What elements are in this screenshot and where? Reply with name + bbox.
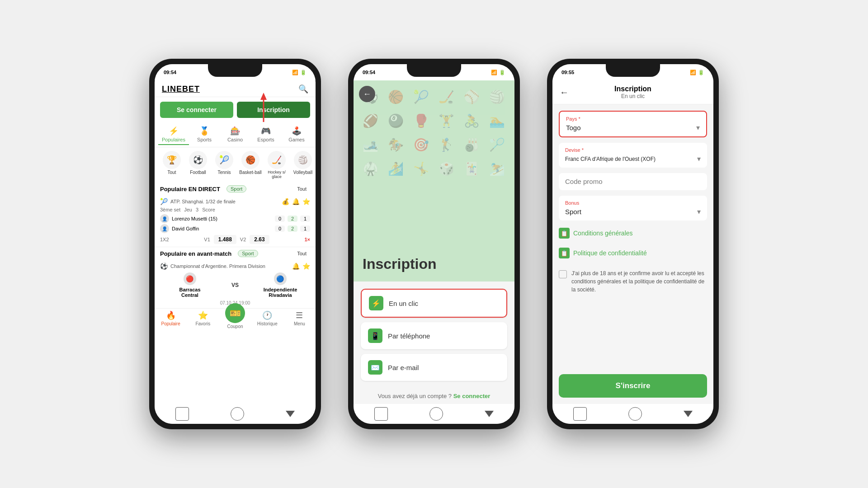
bottom-historique[interactable]: 🕐 Historique	[251, 310, 283, 329]
populaires-icon: ⚡	[169, 126, 179, 136]
politique-link[interactable]: 📋 Politique de confidentialité	[559, 246, 707, 260]
p2-score2: 2	[288, 225, 297, 232]
tout-link[interactable]: Tout	[293, 186, 310, 192]
time-1: 09:54	[164, 70, 176, 75]
populaire-direct-title: Populaire EN DIRECT	[160, 186, 220, 192]
conditions-link[interactable]: 📋 Conditions générales	[559, 226, 707, 240]
phone3-header-title: Inscription	[614, 85, 651, 93]
chip-volleyball-label: Volleyball	[293, 170, 312, 175]
avant-tout-link[interactable]: Tout	[293, 250, 310, 257]
match1-set: 3ème set	[160, 207, 180, 212]
phone3-header-subtitle: En un clic	[614, 93, 651, 99]
odds-row: 1X2 V1 1.488 V2 2.63 1×	[160, 235, 310, 244]
en-un-clic-icon: ⚡	[369, 296, 383, 310]
circle-btn-1[interactable]	[231, 407, 244, 421]
home-btn-2[interactable]	[374, 407, 388, 421]
bottom-populaire[interactable]: 🔥 Populaire	[155, 310, 187, 329]
coupon-btn[interactable]: 🎫	[225, 303, 245, 323]
circle-btn-2[interactable]	[429, 407, 443, 421]
match1-player1-row: 👤 Lorenzo Musetti (15) 0 2 1	[160, 214, 310, 223]
terms-text: J'ai plus de 18 ans et je confirme avoir…	[571, 269, 707, 294]
live-indicator: 1×	[304, 237, 310, 242]
nav-games-label: Games	[288, 137, 304, 142]
linebet-logo: LINEBET	[162, 84, 200, 94]
populaire-direct-header: Populaire EN DIRECT Sport Tout	[155, 183, 316, 195]
option-par-telephone[interactable]: 📱 Par téléphone	[361, 322, 507, 349]
phone2-options: ⚡ En un clic 📱 Par téléphone ✉️ Par e-ma…	[354, 282, 514, 388]
status-bar-2: 09:54 📶🔋	[354, 64, 514, 80]
par-email-icon: ✉️	[368, 360, 382, 375]
bonus-field[interactable]: Bonus Sport ▾	[559, 196, 707, 221]
bottom-populaire-label: Populaire	[161, 321, 180, 326]
phone-3: 09:55 📶🔋 ← Inscription En un clic Pays *	[547, 59, 719, 429]
chip-volleyball[interactable]: 🏐 Volleyball	[291, 151, 315, 179]
back-arrow-icon: ←	[363, 89, 371, 99]
bottom-favoris-icon: ⭐	[198, 310, 208, 320]
code-promo-field[interactable]	[559, 173, 707, 190]
back-btn-1[interactable]	[286, 411, 295, 417]
teams-row: 🔴 Barracas Central VS 🔵 Independiente Ri…	[160, 272, 310, 298]
phone2-back-button[interactable]: ←	[359, 86, 375, 102]
back-btn-2[interactable]	[485, 411, 494, 417]
odds-label: 1X2	[160, 237, 169, 242]
nav-casino[interactable]: 🎰 Casino	[220, 124, 250, 145]
search-icon[interactable]: 🔍	[298, 84, 308, 94]
phone3-back-button[interactable]: ←	[560, 87, 569, 98]
chip-tout[interactable]: 🏆 Tout	[160, 151, 184, 179]
circle-btn-3[interactable]	[628, 407, 642, 421]
nav-games[interactable]: 🕹️ Games	[281, 124, 312, 145]
sinscrire-button[interactable]: S'inscrire	[559, 374, 707, 398]
score-label: Score	[202, 207, 215, 212]
phone3-form: Pays * Togo ▾ Devise * Franc CFA d'Afriq…	[552, 104, 713, 404]
esports-icon: 🎮	[261, 126, 271, 136]
devise-field[interactable]: Devise * Franc CFA d'Afrique de l'Ouest …	[559, 143, 707, 168]
nav-esports[interactable]: 🎮 Esports	[250, 124, 281, 145]
connect-button[interactable]: Se connecter	[160, 102, 233, 118]
chip-tennis[interactable]: 🎾 Tennis	[212, 151, 236, 179]
match2-icons: 🔔⭐	[292, 263, 310, 270]
sports-pattern: ⚽ 🏀 🎾 🏒 ⚾ 🏐 🏈 🎱 🥊 🏋️ 🚴 🏊 🎿 🏇 🎯 🏌️	[354, 80, 514, 282]
nav-populaires-label: Populaires	[162, 137, 185, 142]
pays-value: Togo	[566, 124, 581, 131]
option-par-email[interactable]: ✉️ Par e-mail	[361, 354, 507, 381]
chip-hockey[interactable]: 🏒 Hockey s/ glace	[265, 151, 288, 179]
avant-match-header: Populaire en avant-match Sport Tout	[155, 247, 316, 260]
terms-checkbox: J'ai plus de 18 ans et je confirme avoir…	[559, 266, 707, 297]
par-telephone-label: Par téléphone	[388, 332, 430, 340]
v2-odds[interactable]: 2.63	[250, 235, 269, 244]
se-connecter-link[interactable]: Se connecter	[453, 393, 491, 399]
phone3-title-block: Inscription En un clic	[614, 85, 651, 99]
inscription-button[interactable]: Inscription	[237, 102, 310, 118]
sport-badge[interactable]: Sport	[226, 185, 246, 192]
code-promo-input[interactable]	[565, 178, 701, 185]
bottom-favoris[interactable]: ⭐ Favoris	[187, 310, 219, 329]
pays-field[interactable]: Pays * Togo ▾	[559, 111, 707, 137]
back-btn-3[interactable]	[684, 411, 693, 417]
nav-sports[interactable]: 🏅 Sports	[189, 124, 220, 145]
p1-score2: 2	[288, 216, 297, 222]
nav-populaires[interactable]: ⚡ Populaires	[158, 124, 189, 145]
home-btn-3[interactable]	[573, 407, 587, 421]
bonus-label: Bonus	[565, 200, 701, 206]
par-telephone-icon: 📱	[368, 328, 382, 343]
terms-checkbox-box[interactable]	[559, 270, 567, 278]
chip-basketball[interactable]: 🏀 Basket-ball	[239, 151, 262, 179]
p1-score3: 1	[300, 216, 310, 222]
home-btn-1[interactable]	[175, 407, 189, 421]
svg-marker-1	[260, 93, 267, 100]
signal-icons-2: 📶🔋	[491, 70, 505, 75]
bottom-coupon[interactable]: 🎫 Coupon	[219, 310, 251, 329]
bottom-menu[interactable]: ☰ Menu	[283, 310, 316, 329]
v1-label: V1	[204, 237, 210, 242]
signal-icons-1: 📶🔋	[292, 70, 307, 75]
basketball-icon: 🏀	[241, 151, 259, 169]
avant-sport-badge[interactable]: Sport	[238, 250, 258, 257]
option-en-un-clic[interactable]: ⚡ En un clic	[361, 289, 507, 318]
chip-football[interactable]: ⚽ Football	[186, 151, 210, 179]
signal-icons-3: 📶🔋	[690, 70, 704, 75]
bottom-menu-label: Menu	[294, 321, 305, 326]
phone1-bottom-bar	[155, 404, 316, 424]
v1-odds[interactable]: 1.488	[214, 235, 236, 244]
match1-icons: 💰🔔⭐	[282, 198, 310, 205]
football-icon: ⚽	[189, 151, 207, 169]
